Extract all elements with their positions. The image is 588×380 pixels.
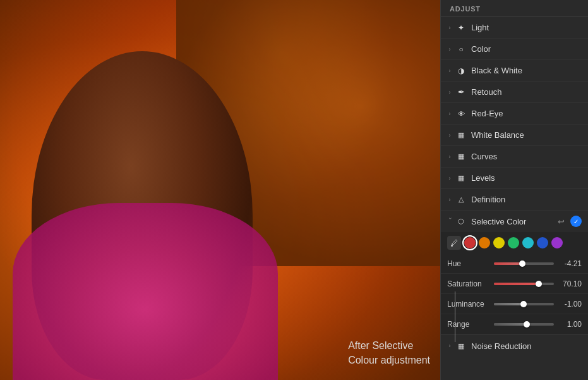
sidebar-item-selective-color[interactable]: › ⬡ Selective Color ↩ ✓ [441,211,588,232]
hue-fill [494,262,522,265]
noise-icon: ▦ [456,341,466,351]
color-dot-purple[interactable] [551,237,563,248]
color-icon: ○ [456,44,466,54]
red-eye-icon: 👁 [456,109,466,119]
definition-label: Definition [471,195,582,204]
caption-line [455,291,455,342]
color-picker-row [441,232,588,254]
hue-label: Hue [447,259,490,268]
sidebar-item-color[interactable]: › ○ Color [441,39,588,60]
chevron-down-icon: › [446,218,453,225]
chevron-right-icon: › [446,342,453,350]
confirm-button[interactable]: ✓ [570,216,582,227]
noise-label: Noise Reduction [471,341,582,351]
levels-label: Levels [471,173,582,183]
sidebar-item-noise-reduction[interactable]: › ▦ Noise Reduction [441,335,588,357]
levels-icon: ▦ [456,173,466,183]
saturation-thumb [536,281,542,287]
range-value: 1.00 [558,320,582,329]
white-balance-label: White Balance [471,130,582,140]
color-label: Color [471,44,582,54]
color-dot-orange[interactable] [479,237,490,248]
light-label: Light [471,23,582,32]
chevron-right-icon: › [446,153,453,161]
chevron-right-icon: › [446,24,453,32]
saturation-value: 70.10 [558,279,582,288]
color-dot-green[interactable] [508,237,519,248]
retouch-label: Retouch [471,87,582,97]
hue-value: -4.21 [558,259,582,268]
white-balance-icon: ▦ [456,130,466,140]
sidebar-item-light[interactable]: › ✦ Light [441,17,588,39]
selective-color-controls: ↩ ✓ [555,216,582,227]
range-label: Range [447,320,490,329]
caption-line2: Colour adjustment [348,355,430,365]
chevron-right-icon: › [446,67,453,75]
svg-rect-0 [451,245,453,247]
sidebar-item-white-balance[interactable]: › ▦ White Balance [441,125,588,146]
definition-icon: △ [456,195,466,205]
range-slider[interactable] [494,323,554,326]
color-dot-yellow[interactable] [493,237,505,248]
main-image [0,0,440,380]
chevron-right-icon: › [446,196,453,204]
luminance-thumb [520,301,527,307]
selective-color-section: › ⬡ Selective Color ↩ ✓ [441,211,588,335]
chevron-right-icon: › [446,110,453,118]
sidebar-item-definition[interactable]: › △ Definition [441,189,588,211]
range-row: Range 1.00 [441,314,588,334]
red-eye-label: Red-Eye [471,109,582,118]
saturation-row: Saturation 70.10 [441,274,588,294]
selective-color-label: Selective Color [471,217,555,226]
adjust-panel: ADJUST › ✦ Light › ○ Color › ◑ Black & W… [440,0,588,380]
caption-text: After Selective Colour adjustment [348,339,430,367]
caption-area: After Selective Colour adjustment [348,339,430,367]
range-fill [494,323,527,326]
undo-button[interactable]: ↩ [555,216,567,227]
selective-color-icon: ⬡ [456,216,466,226]
curves-label: Curves [471,152,582,161]
luminance-value: -1.00 [558,300,582,309]
curves-icon: ▦ [456,152,466,162]
color-dot-red[interactable] [464,237,476,248]
panel-title: ADJUST [441,0,588,17]
eyedropper-button[interactable] [447,236,461,250]
saturation-slider[interactable] [494,283,554,285]
range-thumb [524,321,530,328]
hue-thumb [519,260,525,267]
sidebar-item-levels[interactable]: › ▦ Levels [441,168,588,189]
retouch-icon: ✒ [456,87,466,97]
color-dot-blue[interactable] [537,237,548,248]
sidebar-item-curves[interactable]: › ▦ Curves [441,146,588,168]
color-dot-cyan[interactable] [522,237,534,248]
sidebar-item-red-eye[interactable]: › 👁 Red-Eye [441,103,588,125]
sliders-section: Hue -4.21 Saturation 70.10 [441,254,588,334]
hue-slider[interactable] [494,262,554,265]
luminance-slider[interactable] [494,303,554,305]
luminance-fill [494,303,524,305]
chevron-right-icon: › [446,46,453,53]
hue-row: Hue -4.21 [441,254,588,274]
sidebar-item-black-white[interactable]: › ◑ Black & White [441,60,588,82]
caption-line1: After Selective [348,340,413,351]
chevron-right-icon: › [446,175,453,182]
clothing-shape [13,203,278,380]
luminance-label: Luminance [447,300,490,309]
luminance-row: Luminance -1.00 [441,294,588,314]
adjust-list: › ✦ Light › ○ Color › ◑ Black & White › … [441,17,588,380]
chevron-right-icon: › [446,132,453,139]
bw-label: Black & White [471,66,582,75]
bw-icon: ◑ [456,66,466,76]
saturation-fill [494,283,539,285]
sidebar-item-retouch[interactable]: › ✒ Retouch [441,82,588,103]
chevron-right-icon: › [446,89,453,96]
light-icon: ✦ [456,23,466,33]
saturation-label: Saturation [447,279,490,288]
